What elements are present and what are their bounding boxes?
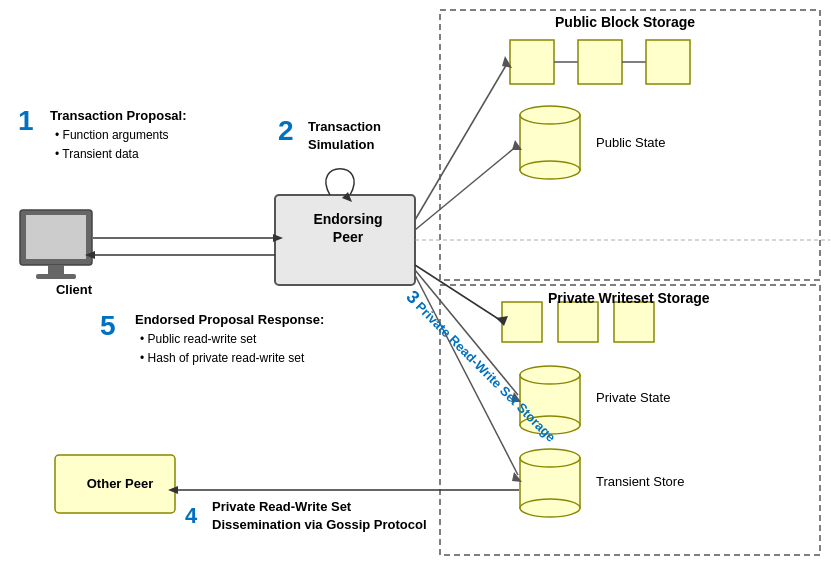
transient-store-cylinder-top (520, 449, 580, 467)
block1 (510, 40, 554, 84)
step4-label: Private Read-Write Set Dissemination via… (212, 498, 427, 534)
private-block1 (502, 302, 542, 342)
diagram: Public Block Storage Public State Privat… (0, 0, 831, 566)
step2-title: Transaction Simulation (308, 118, 381, 154)
private-state-cylinder-top (520, 366, 580, 384)
arrow-to-public-state (415, 145, 518, 230)
step2-number: 2 (278, 115, 294, 147)
private-block3 (614, 302, 654, 342)
step4-number: 4 (185, 503, 197, 529)
step5-number: 5 (100, 310, 116, 342)
step1-number: 1 (18, 105, 34, 137)
private-state-label: Private State (596, 390, 670, 405)
step5-items: • Public read-write set • Hash of privat… (140, 330, 304, 368)
block2 (578, 40, 622, 84)
client-label: Client (38, 282, 110, 297)
client-screen-inner (26, 215, 86, 259)
block3 (646, 40, 690, 84)
self-loop-arrow (326, 169, 354, 195)
transient-store-cylinder-bottom (520, 499, 580, 517)
arrow-to-public-blocks (415, 62, 508, 220)
client-stand (48, 265, 64, 275)
step1-title: Transaction Proposal: (50, 108, 187, 123)
public-state-cylinder-top (520, 106, 580, 124)
endorsing-peer-label: Endorsing Peer (283, 210, 413, 246)
private-block2 (558, 302, 598, 342)
public-block-storage-title: Public Block Storage (555, 14, 695, 30)
client-base (36, 274, 76, 279)
step1-items: • Function arguments • Transient data (55, 126, 169, 164)
other-peer-label: Other Peer (65, 476, 175, 491)
public-state-cylinder-bottom (520, 161, 580, 179)
private-writeset-storage-title: Private Writeset Storage (548, 290, 710, 306)
transient-store-label: Transient Store (596, 474, 684, 489)
step5-title: Endorsed Proposal Response: (135, 312, 324, 327)
public-state-label: Public State (596, 135, 665, 150)
